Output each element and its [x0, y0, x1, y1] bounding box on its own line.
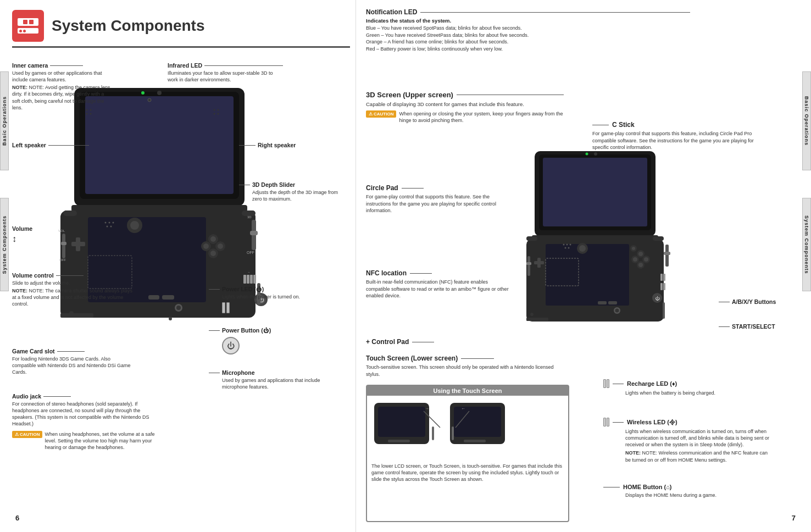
- svg-rect-85: [537, 258, 541, 268]
- svg-rect-71: [452, 426, 454, 440]
- power-button-title: Power Button (⏻): [222, 327, 271, 334]
- svg-rect-117: [526, 318, 548, 321]
- svg-point-50: [214, 109, 215, 111]
- notif-led-subtitle: Indicates the status of the system.: [366, 18, 690, 24]
- label-start-select: START/SELECT: [719, 323, 804, 330]
- home-button-title: HOME Button (⌂): [623, 484, 672, 490]
- circlepad-title: Circle Pad: [366, 184, 398, 192]
- side-tab-label-right-top: Basic Operations: [804, 96, 809, 146]
- svg-point-47: [86, 113, 88, 115]
- using-touch-screen-box: Using the Touch Screen →: [366, 385, 569, 522]
- notification-led-section: Notification LED Indicates the status of…: [366, 8, 690, 52]
- svg-point-57: [169, 317, 172, 320]
- svg-rect-97: [608, 301, 617, 304]
- control-pad-section: + Control Pad: [366, 338, 476, 347]
- svg-point-106: [563, 244, 565, 246]
- svg-point-95: [632, 247, 635, 250]
- svg-rect-105: [663, 274, 665, 281]
- svg-point-52: [218, 109, 219, 111]
- svg-point-89: [633, 257, 637, 262]
- svg-text:→: →: [425, 406, 429, 411]
- touch-screen-box-header: Using the Touch Screen: [367, 386, 568, 396]
- svg-point-54: [141, 91, 145, 95]
- svg-point-87: [638, 252, 643, 256]
- label-microphone: Microphone Used by games and application…: [209, 369, 324, 390]
- touch-screen-box-content: → ←: [367, 396, 568, 463]
- svg-rect-19: [60, 313, 93, 318]
- depth-slider-title: 3D Depth Slider: [252, 181, 295, 188]
- svg-rect-27: [250, 275, 253, 284]
- svg-point-118: [530, 313, 534, 316]
- side-tab-label-right-bottom: System Components: [804, 215, 809, 274]
- recharge-led-title: Recharge LED (♦): [627, 380, 677, 387]
- caution-box-3d: ⚠ CAUTION: [366, 110, 396, 118]
- volume-control-title: Volume control: [12, 272, 54, 279]
- svg-rect-112: [526, 262, 531, 265]
- abxy-title: A/B/X/Y Buttons: [732, 298, 776, 305]
- device-svg-right: ⏻: [521, 148, 697, 368]
- volume-title: Volume: [12, 225, 32, 232]
- svg-point-53: [218, 113, 219, 115]
- touchscreen-title: Touch Screen (Lower screen): [366, 354, 458, 362]
- svg-rect-104: [660, 274, 663, 281]
- svg-text:←: ←: [461, 406, 465, 411]
- page-header: System Components: [12, 10, 350, 48]
- label-right-speaker: Right speaker: [239, 142, 338, 148]
- svg-point-44: [107, 226, 108, 228]
- screen-3d-section: 3D Screen (Upper screen) Capable of disp…: [366, 91, 564, 124]
- label-volume: Volume ↕: [12, 225, 78, 244]
- home-button-body: Displays the HOME Menu during a game.: [603, 492, 798, 498]
- notif-line-2: Green – You have received StreetPass dat…: [366, 32, 690, 39]
- svg-point-83: [579, 245, 586, 252]
- nfc-title: NFC location: [366, 269, 407, 277]
- game-card-title: Game Card slot: [12, 348, 55, 354]
- svg-rect-116: [664, 252, 670, 255]
- svg-point-108: [570, 244, 571, 246]
- left-speaker-title: Left speaker: [12, 142, 46, 148]
- inner-camera-note: NOTE: NOTE: Avoid getting the camera len…: [12, 84, 111, 111]
- header-icon: [12, 10, 44, 42]
- screen3d-body: Capable of displaying 3D content for gam…: [366, 101, 564, 108]
- svg-rect-68: [454, 407, 501, 437]
- recharge-led-body: Lights when the battery is being charged…: [603, 390, 798, 396]
- right-speaker-title: Right speaker: [258, 142, 296, 148]
- label-power-led: Power LED (⏻) Lights when the power is t…: [209, 286, 324, 313]
- circlepad-body: For game-play control that supports this…: [366, 193, 509, 214]
- svg-rect-113: [526, 236, 537, 241]
- svg-rect-15: [148, 295, 159, 300]
- svg-rect-38: [242, 210, 255, 216]
- side-tab-system-components-left: System Components: [0, 198, 9, 291]
- volume-control-body: Slide to adjust the volume.: [12, 280, 133, 286]
- svg-point-37: [210, 251, 216, 256]
- side-tab-label-left-bottom: System Components: [2, 215, 7, 274]
- svg-text:OFF: OFF: [59, 258, 66, 262]
- notif-line-1: Blue – You have received SpotPass data; …: [366, 25, 690, 32]
- label-home-button: HOME Button (⌂) Displays the HOME Menu d…: [603, 484, 798, 498]
- label-inner-camera: Inner camera Used by games or other appl…: [12, 62, 122, 111]
- svg-rect-102: [660, 283, 663, 290]
- svg-text:OFF: OFF: [247, 251, 254, 254]
- svg-point-45: [110, 226, 112, 228]
- header-title: System Components: [52, 17, 205, 35]
- svg-point-51: [214, 113, 215, 115]
- start-select-title: START/SELECT: [732, 323, 775, 330]
- svg-rect-115: [665, 245, 669, 267]
- label-infrared-led: Infrared LED Illuminates your face to al…: [168, 62, 283, 83]
- page-right: Basic Operations System Components 7 Not…: [356, 0, 811, 532]
- nfc-section: NFC location Built-in near-field communi…: [366, 269, 509, 300]
- svg-point-18: [176, 306, 181, 310]
- audio-jack-body: For connection of stereo headphones (sol…: [12, 401, 155, 428]
- label-audio-jack: Audio jack For connection of stereo head…: [12, 393, 155, 451]
- cstick-title: C Stick: [612, 121, 635, 129]
- label-game-card-slot: Game Card slot For loading Nintendo 3DS …: [12, 348, 133, 375]
- svg-rect-119: [663, 302, 665, 319]
- svg-point-77: [586, 153, 588, 156]
- touch-screen-device-2: ←: [447, 400, 519, 455]
- caution-text-3d: When opening or closing the your system,…: [399, 110, 564, 124]
- svg-point-99: [615, 309, 619, 313]
- svg-rect-21: [250, 231, 258, 235]
- label-wireless-led: Wireless LED (令) Lights when wireless co…: [603, 418, 798, 463]
- svg-rect-39: [63, 210, 77, 216]
- nfc-body: Built-in near-field communication (NFC) …: [366, 279, 509, 300]
- page-left: Basic Operations System Components 6 Sys…: [0, 0, 356, 532]
